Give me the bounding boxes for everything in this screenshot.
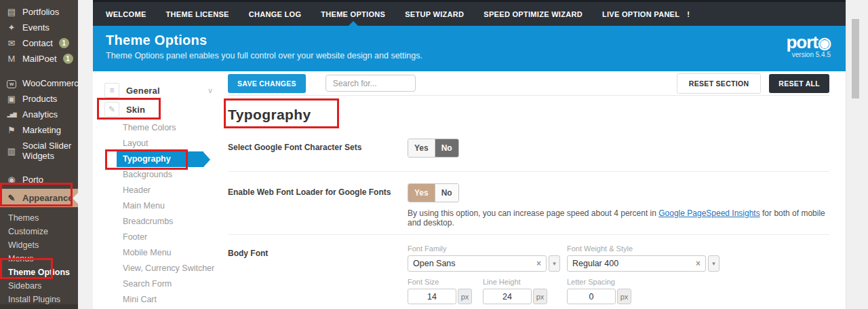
woocommerce-icon: w bbox=[5, 77, 18, 88]
options-menu-general[interactable]: ≡ General ∨ bbox=[93, 81, 224, 100]
px-unit-label: px bbox=[533, 289, 547, 304]
reset-section-button[interactable]: RESET SECTION bbox=[677, 73, 762, 94]
options-menu-mobile-menu[interactable]: Mobile Menu bbox=[93, 245, 224, 261]
mailpoet-count-badge: 1 bbox=[63, 54, 73, 64]
options-menu-header[interactable]: Header bbox=[93, 183, 224, 198]
nav-tab-welcome[interactable]: WELCOME bbox=[106, 2, 146, 26]
nav-tab-theme-license[interactable]: THEME LICENSE bbox=[166, 2, 229, 26]
nav-tab-change-log[interactable]: CHANGE LOG bbox=[249, 2, 302, 26]
field-label: Font Family bbox=[408, 244, 567, 253]
sidebar-item-label: Contact bbox=[22, 38, 53, 48]
sidebar-item-events[interactable]: ✦ Events bbox=[0, 20, 78, 35]
sidebar-item-appearance[interactable]: ✎ Appearance bbox=[0, 189, 78, 207]
select-value: Open Sans bbox=[413, 259, 536, 268]
font-size-input[interactable] bbox=[408, 289, 456, 304]
nav-tab-live-option-panel[interactable]: LIVE OPTION PANEL bbox=[602, 2, 679, 26]
envelope-icon: ✉ bbox=[5, 38, 18, 48]
select-value: Regular 400 bbox=[572, 259, 696, 268]
pencil-icon: ✎ bbox=[104, 102, 119, 117]
skin-submenu: Theme Colors Layout Typography Backgroun… bbox=[93, 120, 224, 308]
contact-count-badge: 1 bbox=[59, 38, 69, 48]
field-label: Letter Spacing bbox=[567, 278, 719, 286]
submenu-item-themes[interactable]: Themes bbox=[0, 211, 78, 225]
sidebar-item-label: Social Slider Widgets bbox=[22, 141, 74, 161]
porto-top-nav: WELCOME THEME LICENSE CHANGE LOG THEME O… bbox=[93, 0, 846, 26]
main-column: WELCOME THEME LICENSE CHANGE LOG THEME O… bbox=[93, 0, 846, 309]
nav-tab-theme-options[interactable]: THEME OPTIONS bbox=[321, 2, 385, 26]
options-menu-typography[interactable]: Typography bbox=[117, 151, 203, 167]
porto-target-icon: ◉ bbox=[5, 175, 18, 185]
google-pagespeed-insights-link[interactable]: Google PageSpeed Insights bbox=[658, 208, 760, 218]
submenu-item-theme-options[interactable]: Theme Options bbox=[0, 266, 78, 279]
options-menu-search-form[interactable]: Search Form bbox=[93, 276, 224, 292]
sidebar-separator bbox=[0, 164, 78, 172]
submenu-item-customize[interactable]: Customize bbox=[0, 225, 78, 238]
options-menu-footer[interactable]: Footer bbox=[93, 230, 224, 245]
sidebar-item-marketing[interactable]: ⚑ Marketing bbox=[0, 122, 78, 138]
toggle-yes-button[interactable]: Yes bbox=[408, 184, 435, 202]
sidebar-item-label: Porto bbox=[22, 175, 43, 185]
sidebar-item-porto[interactable]: ◉ Porto bbox=[0, 172, 78, 187]
scrollbar-thumb[interactable] bbox=[852, 19, 859, 98]
submenu-item-sidebars[interactable]: Sidebars bbox=[0, 279, 78, 293]
nav-tab-speed-optimize-wizard[interactable]: SPEED OPTIMIZE WIZARD bbox=[484, 2, 583, 26]
character-sets-toggle: Yes No bbox=[408, 139, 459, 158]
sidebar-item-label: Products bbox=[22, 94, 57, 104]
dropdown-arrow-icon[interactable]: ▾ bbox=[708, 255, 719, 272]
reset-all-button[interactable]: RESET ALL bbox=[769, 74, 829, 93]
clear-icon[interactable]: × bbox=[696, 259, 701, 268]
font-weight-field: Font Weight & Style Regular 400 × ▾ bbox=[567, 244, 719, 272]
sidebar-item-label: WooCommerce bbox=[22, 78, 83, 88]
submenu-item-menus[interactable]: Menus bbox=[0, 252, 78, 266]
sidebar-item-portfolios[interactable]: ▤ Portfolios bbox=[0, 4, 78, 20]
sidebar-separator bbox=[0, 67, 78, 75]
options-menu-layout[interactable]: Layout bbox=[93, 136, 224, 151]
options-menu-view-currency-switcher[interactable]: View, Currency Switcher bbox=[93, 261, 224, 276]
porto-logo: port◉ version 5.4.5 bbox=[786, 33, 831, 58]
options-menu-breadcrumbs[interactable]: Breadcrumbs bbox=[93, 214, 224, 230]
save-changes-button[interactable]: SAVE CHANGES bbox=[228, 74, 306, 93]
porto-theme-options-page: ▤ Portfolios ✦ Events ✉ Contact 1 M Mail… bbox=[0, 0, 868, 309]
toggle-yes-button[interactable]: Yes bbox=[408, 139, 435, 157]
option-description: By using this option, you can increase p… bbox=[408, 208, 829, 228]
font-weight-select[interactable]: Regular 400 × bbox=[567, 255, 706, 272]
sidebar-item-products[interactable]: ▣ Products bbox=[0, 91, 78, 107]
options-menu-backgrounds[interactable]: Backgrounds bbox=[93, 167, 224, 183]
social-slider-icon: ▥ bbox=[5, 146, 18, 156]
toggle-no-button[interactable]: No bbox=[435, 184, 458, 202]
font-family-field: Font Family Open Sans × ▾ bbox=[408, 244, 567, 272]
font-family-select[interactable]: Open Sans × bbox=[408, 255, 547, 272]
page-header: Theme Options Theme Options panel enable… bbox=[93, 26, 846, 71]
sidebar-item-social-slider-widgets[interactable]: ▥ Social Slider Widgets bbox=[0, 138, 78, 164]
options-menu-main-menu[interactable]: Main Menu bbox=[93, 198, 224, 214]
search-input[interactable] bbox=[326, 75, 416, 92]
sidebar-item-contact[interactable]: ✉ Contact 1 bbox=[0, 35, 78, 51]
field-label: Line Height bbox=[483, 278, 547, 286]
line-height-input[interactable] bbox=[483, 289, 532, 304]
submenu-item-widgets[interactable]: Widgets bbox=[0, 238, 78, 252]
dropdown-arrow-icon[interactable]: ▾ bbox=[549, 255, 560, 272]
description-text: By using this option, you can increase p… bbox=[408, 208, 658, 218]
options-menu-theme-colors[interactable]: Theme Colors bbox=[93, 120, 224, 136]
scrollbar-track bbox=[846, 0, 868, 309]
page-title: Theme Options bbox=[106, 33, 831, 48]
option-label: Body Font bbox=[228, 244, 408, 309]
options-menu-skin[interactable]: ✎ Skin bbox=[93, 100, 224, 119]
toggle-no-button[interactable]: No bbox=[435, 139, 458, 157]
analytics-icon: ▂▅▇ bbox=[5, 109, 18, 120]
nav-tab-setup-wizard[interactable]: SETUP WIZARD bbox=[405, 2, 464, 26]
theme-options-menu: ≡ General ∨ ✎ Skin Theme Colors Layout T… bbox=[93, 71, 224, 309]
clear-icon[interactable]: × bbox=[536, 259, 541, 268]
products-icon: ▣ bbox=[5, 94, 18, 104]
letter-spacing-input[interactable] bbox=[567, 289, 616, 304]
toolbar: SAVE CHANGES RESET SECTION RESET ALL bbox=[228, 71, 829, 96]
sidebar-bottom-strip bbox=[0, 304, 78, 309]
sidebar-item-analytics[interactable]: ▂▅▇ Analytics bbox=[0, 107, 78, 122]
sidebar-item-mailpoet[interactable]: M MailPoet 1 bbox=[0, 51, 78, 67]
sidebar-item-woocommerce[interactable]: w WooCommerce bbox=[0, 75, 78, 91]
chevron-down-icon: ∨ bbox=[208, 86, 213, 95]
portfolio-icon: ▤ bbox=[5, 7, 18, 17]
appearance-submenu: Themes Customize Widgets Menus Theme Opt… bbox=[0, 207, 78, 306]
options-menu-mini-cart[interactable]: Mini Cart bbox=[93, 292, 224, 308]
alert-exclamation: ! bbox=[687, 10, 690, 18]
